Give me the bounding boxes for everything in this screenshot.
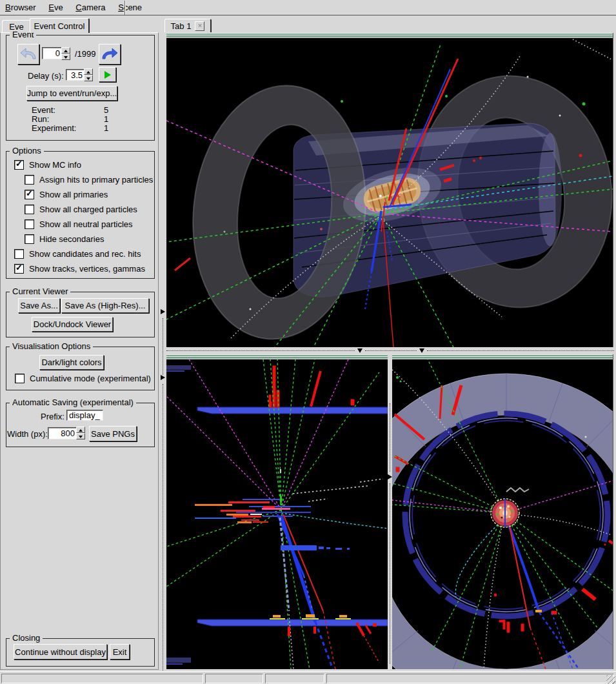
prev-arrow-icon [20, 48, 37, 61]
status-bar [0, 671, 616, 684]
checkbox-box[interactable] [25, 234, 34, 244]
jump-to-event-button[interactable]: Jump to event/run/exp... [26, 86, 117, 101]
checkbox-label: Show MC info [29, 160, 81, 170]
checkbox-label: Show all primaries [39, 190, 108, 199]
event-total-label: /1999 [75, 49, 96, 59]
event-info-label: Event: [32, 105, 55, 115]
status-cell [265, 674, 324, 683]
prefix-input[interactable] [66, 410, 103, 421]
rphi-projection-viewport[interactable] [392, 359, 613, 669]
dark-light-button[interactable]: Dark/light colors [39, 355, 104, 370]
tab-1[interactable]: Tab 1 ✕ [164, 19, 212, 32]
central-vertex-blob [491, 499, 519, 527]
checkbox-box[interactable] [14, 160, 24, 170]
dock-undock-label: Dock/Undock Viewer [34, 319, 111, 329]
menu-eve[interactable]: Eve [48, 0, 63, 15]
checkbox-assign-hits[interactable]: Assign hits to primary particles [25, 175, 153, 185]
run-info-value: 1 [104, 114, 108, 124]
exit-label: Exit [113, 647, 127, 657]
visualisation-title: Visualisation Options [10, 341, 93, 351]
checkbox-show-tracks[interactable]: Show tracks, vertices, gammas [14, 264, 145, 274]
delay-label: Delay (s): [28, 71, 64, 81]
event-number-input[interactable] [42, 47, 63, 59]
dark-light-label: Dark/light colors [41, 357, 101, 367]
checkbox-label: Show tracks, vertices, gammas [29, 264, 145, 274]
main-3d-viewport[interactable] [166, 38, 613, 347]
continue-label: Continue without display [15, 647, 106, 657]
checkbox-show-charged[interactable]: Show all charged particles [25, 205, 137, 214]
bottom-left-viewport-header[interactable] [166, 354, 388, 359]
save-pngs-label: Save PNGs [91, 429, 135, 439]
menu-camera[interactable]: Camera [75, 0, 105, 15]
menu-bar: Browser Eve Camera Scene [0, 0, 616, 15]
width-input[interactable] [48, 427, 77, 439]
tab-1-label: Tab 1 [171, 21, 192, 31]
horizontal-splitter[interactable] [166, 347, 616, 354]
prefix-label: Prefix: [41, 412, 65, 421]
jump-button-label: Jump to event/run/exp... [27, 88, 117, 98]
dock-undock-button[interactable]: Dock/Undock Viewer [32, 317, 113, 332]
prev-event-button[interactable] [17, 44, 39, 65]
save-pngs-button[interactable]: Save PNGs [89, 426, 137, 441]
event-control-panel: Event /1999 Delay (s): Jump to event/run… [0, 32, 159, 670]
checkbox-show-candidates[interactable]: Show candidates and rec. hits [14, 249, 141, 259]
resize-grip[interactable] [606, 675, 615, 684]
play-button[interactable] [99, 67, 116, 82]
menu-scene[interactable]: Scene [118, 0, 142, 15]
status-cell [205, 674, 263, 683]
checkbox-show-mc-info[interactable]: Show MC info [14, 160, 81, 170]
checkbox-show-neutral[interactable]: Show all neutral particles [25, 219, 133, 229]
delay-input[interactable] [66, 69, 85, 81]
event-display-window: Browser Eve Camera Scene Eve Event Contr… [0, 0, 616, 684]
event-info-value: 5 [104, 105, 108, 115]
experiment-info-label: Experiment: [32, 123, 76, 133]
event-number-spinner[interactable] [61, 47, 70, 60]
tab-close-icon[interactable]: ✕ [195, 21, 204, 31]
bottom-right-viewport-header[interactable] [392, 354, 613, 359]
save-as-highres-label: Save As (High-Res)... [65, 301, 146, 310]
width-spinner[interactable] [76, 427, 85, 439]
experiment-info-value: 1 [104, 123, 108, 133]
checkbox-label: Show all neutral particles [39, 219, 133, 229]
checkbox-box[interactable] [14, 249, 24, 259]
middle-splitter[interactable] [388, 354, 392, 669]
checkbox-cumulative-mode[interactable]: Cumulative mode (experimental) [15, 374, 151, 383]
exit-button[interactable]: Exit [110, 644, 130, 659]
side-projection-viewport[interactable] [166, 359, 388, 669]
checkbox-label: Cumulative mode (experimental) [30, 374, 151, 383]
menu-browser[interactable]: Browser [5, 0, 36, 15]
save-as-button[interactable]: Save As... [18, 298, 60, 313]
save-as-label: Save As... [20, 301, 58, 310]
auto-saving-title: Automatic Saving (experimental) [10, 397, 136, 407]
current-viewer-title: Current Viewer [10, 287, 70, 296]
options-group-title: Options [10, 146, 44, 156]
play-icon [104, 71, 111, 79]
next-arrow-icon [101, 48, 118, 61]
checkbox-box[interactable] [25, 205, 34, 214]
checkbox-label: Show candidates and rec. hits [29, 249, 141, 259]
checkbox-show-all-primaries[interactable]: Show all primaries [25, 190, 108, 199]
delay-spinner[interactable] [84, 68, 93, 81]
closing-group-title: Closing [10, 633, 43, 643]
tab-event-control-label: Event Control [34, 21, 85, 31]
status-cell [326, 674, 614, 683]
width-label: Width (px): [7, 429, 48, 439]
tab-event-control[interactable]: Event Control [30, 18, 90, 33]
checkbox-box[interactable] [15, 374, 25, 383]
checkbox-label: Show all charged particles [39, 205, 137, 214]
next-event-button[interactable] [99, 44, 121, 65]
top-viewport-header[interactable] [166, 33, 613, 38]
continue-without-display-button[interactable]: Continue without display [14, 644, 107, 659]
options-group: Options [6, 151, 155, 279]
left-splitter[interactable] [159, 32, 166, 671]
checkbox-box[interactable] [25, 190, 34, 199]
status-cell [1, 674, 203, 683]
checkbox-box[interactable] [25, 219, 34, 229]
checkbox-label: Assign hits to primary particles [39, 175, 153, 185]
save-as-highres-button[interactable]: Save As (High-Res)... [61, 298, 149, 313]
checkbox-box[interactable] [25, 175, 34, 185]
checkbox-label: Hide secondaries [39, 234, 104, 244]
checkbox-box[interactable] [14, 264, 24, 274]
run-info-label: Run: [32, 114, 49, 124]
checkbox-hide-secondaries[interactable]: Hide secondaries [25, 234, 104, 244]
